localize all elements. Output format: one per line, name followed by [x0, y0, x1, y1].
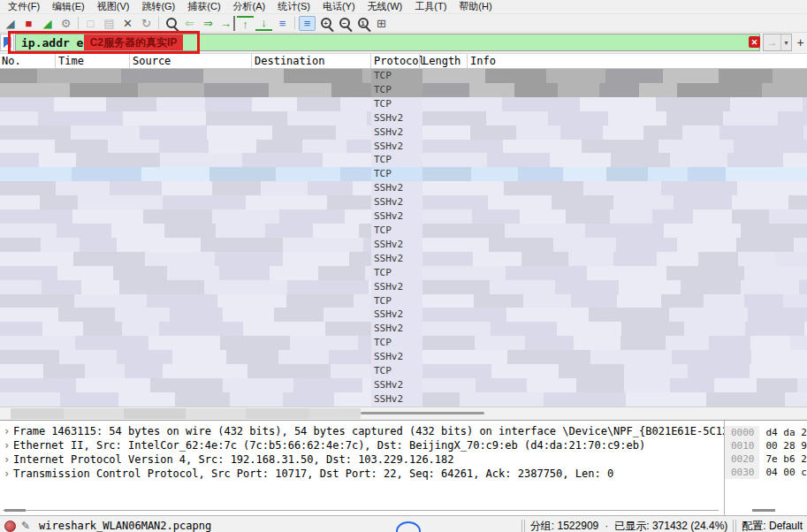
column-header-time[interactable]: Time	[58, 55, 84, 67]
expander-icon[interactable]: ›	[0, 424, 13, 438]
find-packet-icon[interactable]	[163, 16, 179, 31]
protocol-cell: SSHv2	[374, 281, 403, 293]
detail-line-0[interactable]: ›Frame 1463115: 54 bytes on wire (432 bi…	[0, 424, 724, 438]
packet-row-13[interactable]: SSHv2	[0, 238, 807, 252]
start-capture-icon[interactable]: ◢	[2, 16, 19, 31]
status-displayed-count: 已显示: 371432 (24.4%)	[610, 519, 732, 532]
hex-row-2[interactable]: 00207e b6 29	[725, 452, 807, 466]
detail-line-1[interactable]: ›Ethernet II, Src: IntelCor_62:4e:7c (7c…	[0, 438, 724, 452]
menu-item-4[interactable]: 捕获(C)	[181, 0, 226, 13]
open-file-icon[interactable]: □	[82, 16, 99, 31]
close-file-icon[interactable]: ✕	[119, 16, 136, 31]
packet-row-23[interactable]: SSHv2	[0, 378, 807, 392]
hex-bytes: 7e b6 29	[766, 452, 807, 466]
hex-row-0[interactable]: 0000d4 da 21	[725, 426, 807, 439]
detail-line-3[interactable]: ›Transmission Control Protocol, Src Port…	[0, 467, 724, 481]
packet-row-8[interactable]: TCP	[0, 167, 807, 181]
stop-capture-icon[interactable]: ■	[20, 16, 37, 31]
packet-row-9[interactable]: SSHv2	[0, 181, 807, 195]
zoom-out-icon[interactable]: −	[336, 16, 353, 31]
redacted-cells	[423, 238, 807, 252]
column-separator[interactable]	[129, 54, 130, 68]
hex-hscrollbar-thumb[interactable]	[752, 509, 775, 512]
menu-item-6[interactable]: 统计(S)	[271, 0, 316, 13]
filter-dropdown-caret[interactable]: ▼	[780, 34, 791, 50]
menu-item-5[interactable]: 分析(A)	[227, 0, 272, 13]
column-header-destination[interactable]: Destination	[255, 55, 324, 67]
colorize-packets-icon[interactable]: ≡	[299, 16, 316, 31]
packet-row-15[interactable]: TCP	[0, 266, 807, 280]
hex-row-1[interactable]: 001000 28 91	[725, 439, 807, 452]
zoom-100-icon[interactable]: 1	[354, 16, 371, 31]
packet-row-2[interactable]: TCP	[0, 83, 807, 97]
column-header-info[interactable]: Info	[470, 55, 496, 67]
redacted-cells	[423, 167, 807, 181]
column-separator[interactable]	[251, 54, 252, 68]
menu-item-1[interactable]: 编辑(E)	[46, 0, 91, 13]
zoom-in-icon[interactable]: +	[317, 16, 334, 31]
go-to-top-icon[interactable]: ↑	[237, 16, 254, 31]
go-to-bottom-icon[interactable]: ↓	[255, 16, 272, 31]
hex-row-3[interactable]: 003004 00 c6	[725, 466, 807, 479]
column-header-no[interactable]: No.	[2, 55, 21, 67]
menu-item-7[interactable]: 电话(Y)	[316, 0, 362, 13]
packet-row-5[interactable]: SSHv2	[0, 125, 807, 140]
packet-row-4[interactable]: SSHv2	[0, 111, 807, 125]
menu-item-9[interactable]: 工具(T)	[408, 0, 453, 13]
detail-line-2[interactable]: ›Internet Protocol Version 4, Src: 192.1…	[0, 452, 724, 467]
go-forward-icon[interactable]: ⇒	[200, 16, 217, 31]
apply-arrow-icon: →	[764, 36, 780, 49]
restart-capture-icon[interactable]: ◢	[39, 16, 56, 31]
menu-item-10[interactable]: 帮助(H)	[453, 0, 498, 13]
protocol-cell: SSHv2	[374, 210, 403, 222]
details-hscrollbar-thumb[interactable]	[4, 509, 26, 512]
packet-row-1[interactable]: TCP	[0, 69, 807, 83]
packet-row-12[interactable]: TCP	[0, 224, 807, 238]
expander-icon[interactable]: ›	[0, 452, 13, 467]
packet-row-3[interactable]: TCP	[0, 97, 807, 111]
packet-row-6[interactable]: SSHv2	[0, 140, 807, 154]
expander-icon[interactable]: ›	[0, 467, 13, 481]
go-back-icon[interactable]: ⇐	[181, 16, 198, 31]
packet-row-19[interactable]: SSHv2	[0, 322, 807, 336]
add-filter-button[interactable]: +	[795, 34, 806, 51]
packet-row-24[interactable]: SSHv2	[0, 392, 807, 407]
filter-bookmark-button[interactable]	[0, 34, 14, 51]
column-header-length[interactable]: Length	[423, 55, 461, 67]
packet-row-14[interactable]: SSHv2	[0, 252, 807, 266]
column-separator[interactable]	[419, 54, 420, 68]
menu-item-2[interactable]: 视图(V)	[91, 0, 136, 13]
packet-row-11[interactable]: SSHv2	[0, 209, 807, 224]
go-to-packet-icon[interactable]: →	[218, 16, 235, 31]
filter-apply-button[interactable]: → ▼	[763, 34, 792, 51]
capture-comment-pencil-icon[interactable]: ✎	[21, 520, 30, 532]
resize-columns-icon[interactable]: ⊞	[373, 16, 390, 31]
column-header-protocol[interactable]: Protocol	[374, 55, 425, 67]
details-hscrollbar[interactable]	[3, 510, 719, 511]
packet-row-18[interactable]: SSHv2	[0, 308, 807, 322]
packet-row-17[interactable]: TCP	[0, 294, 807, 308]
packet-list-hscrollbar[interactable]	[0, 407, 807, 420]
capture-options-icon[interactable]: ⚙	[57, 16, 74, 31]
column-separator[interactable]	[370, 54, 371, 68]
hscrollbar-thumb[interactable]	[361, 412, 484, 414]
packet-row-16[interactable]: SSHv2	[0, 280, 807, 294]
menu-item-3[interactable]: 跳转(G)	[135, 0, 181, 13]
column-separator[interactable]	[55, 54, 56, 68]
column-header-source[interactable]: Source	[133, 55, 171, 67]
packet-row-7[interactable]: TCP	[0, 153, 807, 167]
menu-item-0[interactable]: 文件(F)	[2, 0, 46, 13]
packet-row-10[interactable]: SSHv2	[0, 195, 807, 209]
menu-item-8[interactable]: 无线(W)	[362, 0, 409, 13]
auto-scroll-icon[interactable]: ≡	[274, 16, 291, 31]
expander-icon[interactable]: ›	[0, 438, 13, 452]
packet-row-22[interactable]: TCP	[0, 364, 807, 378]
save-file-icon[interactable]: ▤	[101, 16, 118, 31]
column-separator[interactable]	[467, 54, 468, 68]
reload-file-icon[interactable]: ↻	[138, 16, 155, 31]
packet-row-21[interactable]: SSHv2	[0, 350, 807, 364]
status-profile[interactable]: 配置: Default	[737, 519, 807, 532]
filter-clear-button[interactable]: ✕	[749, 36, 760, 48]
packet-row-20[interactable]: TCP	[0, 336, 807, 350]
expert-info-icon[interactable]	[4, 521, 16, 532]
